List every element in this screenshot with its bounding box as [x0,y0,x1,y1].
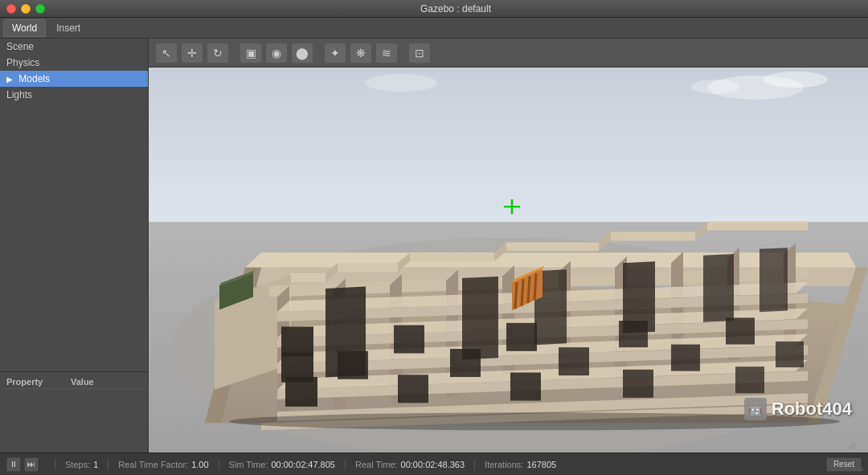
status-sep-4 [345,459,346,470]
property-col-header: Property [6,377,71,387]
simtime-label: Sim Time: [229,460,268,469]
window-title: Gazebo : default [50,3,862,14]
translate-tool-button[interactable]: ✛ [181,43,203,63]
property-header: Property Value [3,375,145,389]
play-controls: ⏸ ⏭ [6,457,39,472]
statusbar: ⏸ ⏭ Steps: 1 Real Time Factor: 1.00 Sim … [0,452,868,475]
world-tab[interactable]: World [3,19,46,37]
step-button[interactable]: ⏭ [24,457,39,472]
main-layout: Scene Physics ▶ Models Lights Property V… [0,39,868,452]
status-sep-5 [474,459,475,470]
toolbar: ↖ ✛ ↻ ▣ ◉ ⬤ ✦ ❋ ≋ ⊡ [149,39,868,68]
svg-line-64 [515,282,517,309]
svg-line-65 [522,279,523,305]
svg-marker-11 [410,252,494,261]
maze-visualization: ⊿ [149,68,868,452]
toolbar-separator-1 [234,45,235,61]
svg-rect-60 [623,370,653,398]
minimize-button[interactable] [21,4,31,14]
world-tree: Scene Physics ▶ Models Lights [0,39,148,371]
value-col-header: Value [71,377,94,387]
iterations-label: Iterations: [485,460,523,469]
svg-marker-7 [289,273,326,282]
svg-rect-61 [735,366,764,393]
svg-text:⊿: ⊿ [848,441,856,450]
insert-tab[interactable]: Insert [47,19,89,37]
iterations-value: 167805 [526,460,556,469]
titlebar: Gazebo : default [0,0,868,18]
svg-rect-50 [726,317,755,344]
svg-rect-55 [671,345,700,371]
dirlight-tool-button[interactable]: ≋ [375,43,398,63]
svg-rect-48 [506,323,537,351]
toolbar-separator-3 [403,45,403,61]
svg-rect-45 [760,248,788,312]
svg-rect-49 [619,321,648,347]
svg-marker-9 [338,263,398,272]
reset-label: Reset [833,460,854,469]
tree-item-scene[interactable]: Scene [0,39,148,55]
menubar: World Insert [0,18,868,39]
svg-rect-53 [450,349,481,377]
reset-button[interactable]: Reset [826,457,862,472]
status-sep-1 [55,459,55,470]
status-sep-2 [108,459,108,470]
toolbar-separator-2 [318,45,319,61]
3d-viewport[interactable]: ⊿ 🤖 Robot404 [149,68,868,452]
simtime-group: Sim Time: 00:00:02:47.805 [229,460,335,469]
svg-marker-17 [707,222,808,231]
svg-rect-41 [462,276,498,359]
scene-label: Scene [6,41,34,52]
svg-line-66 [528,276,530,303]
watermark-icon: 🤖 [744,398,767,420]
watermark-text: Robot404 [772,399,852,420]
svg-rect-47 [394,326,424,354]
realtime-group: Real Time: 00:00:02:48.363 [355,460,465,469]
models-arrow: ▶ [6,75,13,84]
rtf-value: 1.00 [191,460,208,469]
pause-button[interactable]: ⏸ [6,457,21,472]
maximize-button[interactable] [35,4,45,14]
lights-label: Lights [6,89,32,100]
resize-handle[interactable]: ⊿ [858,465,866,473]
svg-rect-44 [703,254,734,322]
rtf-group: Real Time Factor: 1.00 [118,460,208,469]
svg-rect-57 [285,377,317,407]
left-panel: Scene Physics ▶ Models Lights Property V… [0,39,149,452]
svg-marker-13 [506,242,599,251]
cylinder-tool-button[interactable]: ⬤ [291,43,313,63]
svg-rect-54 [559,347,589,375]
select-tool-button[interactable]: ↖ [155,43,178,63]
svg-rect-59 [510,373,541,401]
steps-value: 1 [93,460,98,469]
steps-label: Steps: [65,460,90,469]
simtime-value: 00:00:02:47.805 [271,460,335,469]
camera-tool-button[interactable]: ⊡ [408,43,431,63]
box-tool-button[interactable]: ▣ [240,43,262,63]
sphere-tool-button[interactable]: ◉ [265,43,288,63]
close-button[interactable] [6,4,16,14]
steps-group: Steps: 1 [65,460,98,469]
svg-marker-15 [611,231,695,240]
tree-item-models[interactable]: ▶ Models [0,71,148,87]
svg-rect-46 [281,326,313,356]
tree-item-lights[interactable]: Lights [0,87,148,103]
svg-marker-16 [695,222,707,241]
realtime-value: 00:00:02:48.363 [401,460,465,469]
physics-label: Physics [6,57,39,68]
watermark-emoji: 🤖 [748,403,762,416]
rtf-label: Real Time Factor: [118,460,188,469]
svg-line-67 [534,273,536,300]
watermark: 🤖 Robot404 [744,398,852,420]
rotate-tool-button[interactable]: ↻ [207,43,229,63]
status-sep-3 [219,459,219,470]
properties-panel: Property Value [0,372,148,452]
models-label: Models [18,73,50,84]
pointlight-tool-button[interactable]: ✦ [324,43,346,63]
realtime-label: Real Time: [355,460,398,469]
spotlight-tool-button[interactable]: ❋ [350,43,372,63]
svg-rect-56 [776,342,804,367]
svg-rect-58 [398,375,428,403]
iterations-group: Iterations: 167805 [485,460,556,469]
tree-item-physics[interactable]: Physics [0,55,148,71]
